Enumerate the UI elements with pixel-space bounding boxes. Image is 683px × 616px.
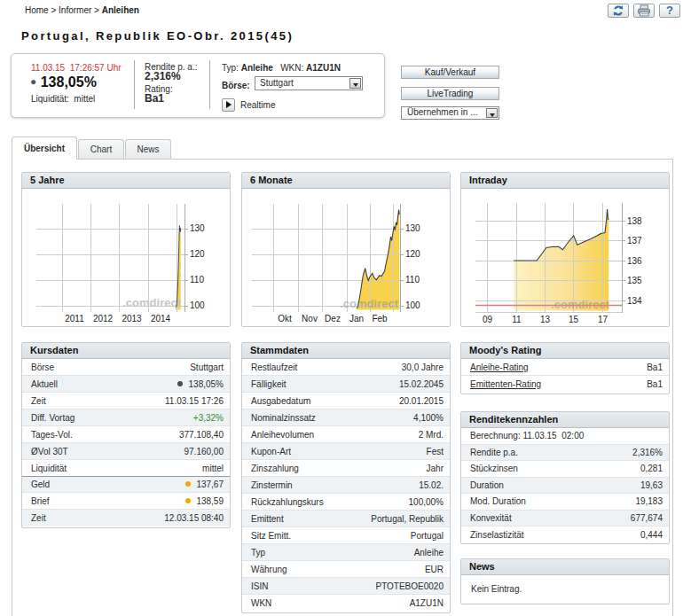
svg-text:110: 110 [405,275,420,285]
svg-text:134: 134 [627,296,642,306]
svg-text:.comdirect: .comdirect [551,298,609,311]
svg-text:Dez: Dez [325,314,341,324]
svg-text:.comdirect: .comdirect [122,296,181,309]
svg-text:13: 13 [540,315,551,324]
svg-text:2012: 2012 [93,314,114,324]
svg-text:120: 120 [190,249,205,259]
svg-text:136: 136 [627,256,642,266]
svg-text:110: 110 [190,275,204,285]
svg-text:11: 11 [512,315,522,324]
svg-text:100: 100 [405,300,420,310]
svg-text:Feb: Feb [372,314,388,324]
svg-text:.comdirect: .comdirect [340,297,398,310]
svg-text:Jan: Jan [349,314,364,324]
svg-text:2013: 2013 [122,314,142,324]
svg-text:09: 09 [483,315,493,324]
svg-text:130: 130 [405,223,420,233]
svg-text:2011: 2011 [65,314,84,324]
svg-text:130: 130 [190,223,205,233]
svg-text:138: 138 [627,216,642,226]
svg-text:137: 137 [627,236,642,246]
svg-text:17: 17 [598,315,608,324]
svg-text:120: 120 [405,249,420,259]
svg-text:15: 15 [569,315,579,324]
svg-text:Okt: Okt [278,314,292,324]
svg-text:2014: 2014 [151,314,171,324]
svg-text:135: 135 [627,276,642,285]
svg-text:Nov: Nov [302,314,318,324]
svg-text:100: 100 [190,300,205,310]
